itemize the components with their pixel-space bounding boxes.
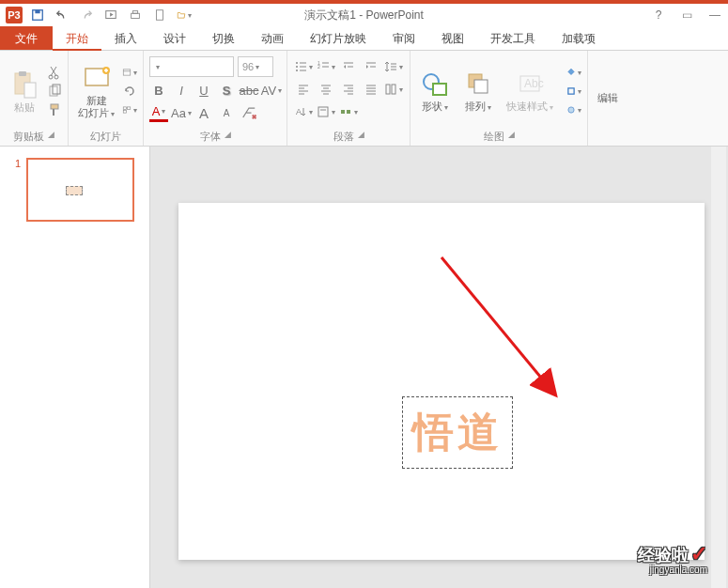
shapes-button[interactable]: 形状 bbox=[416, 67, 454, 116]
editing-button[interactable]: 编辑 bbox=[594, 90, 622, 106]
help-button[interactable]: ? bbox=[651, 8, 666, 22]
tab-file[interactable]: 文件 bbox=[0, 26, 53, 50]
svg-line-69 bbox=[441, 257, 554, 394]
justify-button[interactable] bbox=[361, 80, 381, 99]
ribbon-options-button[interactable]: ▭ bbox=[679, 8, 694, 22]
shapes-icon bbox=[420, 69, 450, 99]
undo-icon[interactable] bbox=[54, 8, 70, 23]
new-icon[interactable] bbox=[152, 8, 167, 23]
tab-design[interactable]: 设计 bbox=[150, 26, 199, 50]
tab-slideshow[interactable]: 幻灯片放映 bbox=[297, 26, 379, 50]
svg-rect-64 bbox=[474, 80, 488, 93]
format-painter-icon[interactable] bbox=[47, 102, 62, 117]
tab-view[interactable]: 视图 bbox=[428, 26, 477, 50]
slide-number: 1 bbox=[15, 158, 21, 222]
svg-rect-54 bbox=[386, 85, 390, 94]
group-slides: 新建 幻灯片 幻灯片 bbox=[69, 51, 144, 146]
clear-format-button[interactable] bbox=[240, 103, 258, 122]
shape-outline-icon[interactable] bbox=[566, 84, 581, 99]
bold-button[interactable]: B bbox=[149, 81, 168, 100]
cut-icon[interactable] bbox=[47, 65, 62, 80]
font-group-label: 字体 bbox=[200, 130, 221, 144]
align-right-button[interactable] bbox=[338, 80, 359, 99]
section-icon[interactable] bbox=[122, 102, 137, 117]
font-name-combo[interactable] bbox=[149, 56, 234, 77]
font-size-combo[interactable]: 96 bbox=[238, 56, 273, 77]
layout-icon[interactable] bbox=[122, 65, 137, 80]
quick-styles-label: 快速样式 bbox=[506, 101, 553, 114]
shape-effects-icon[interactable] bbox=[566, 102, 581, 117]
minimize-button[interactable]: — bbox=[707, 8, 722, 22]
save-icon[interactable] bbox=[30, 8, 45, 23]
smartart-button[interactable] bbox=[338, 102, 359, 121]
italic-button[interactable]: I bbox=[172, 81, 191, 100]
svg-rect-16 bbox=[123, 70, 131, 75]
tab-home[interactable]: 开始 bbox=[53, 26, 101, 51]
slide-thumbnail-1[interactable] bbox=[26, 158, 134, 222]
new-slide-button[interactable]: 新建 幻灯片 bbox=[74, 61, 118, 122]
paragraph-group-label: 段落 bbox=[333, 130, 354, 144]
paste-button[interactable]: 粘贴 bbox=[6, 68, 43, 116]
paste-icon bbox=[9, 70, 39, 100]
wordart-container[interactable]: 悟道 bbox=[402, 396, 513, 469]
font-color-button[interactable]: A bbox=[149, 103, 168, 122]
copy-icon[interactable] bbox=[47, 84, 62, 99]
indent-decrease-button[interactable] bbox=[338, 57, 359, 76]
grow-font-button[interactable]: A bbox=[194, 103, 213, 122]
shadow-button[interactable]: S bbox=[217, 81, 236, 100]
tab-insert[interactable]: 插入 bbox=[101, 26, 150, 50]
slides-group-label: 幻灯片 bbox=[90, 130, 121, 144]
paragraph-launcher-icon[interactable]: ◢ bbox=[358, 130, 364, 144]
shape-fill-icon[interactable] bbox=[566, 65, 581, 80]
bullets-button[interactable] bbox=[293, 57, 314, 76]
svg-rect-57 bbox=[318, 107, 328, 116]
svg-rect-4 bbox=[132, 11, 137, 14]
drawing-launcher-icon[interactable]: ◢ bbox=[508, 130, 515, 144]
align-text-button[interactable] bbox=[316, 102, 336, 121]
redo-icon[interactable] bbox=[79, 8, 94, 23]
align-center-button[interactable] bbox=[316, 80, 336, 99]
slide-canvas[interactable]: 悟道 bbox=[178, 203, 705, 560]
print-icon[interactable] bbox=[128, 8, 143, 23]
open-icon[interactable] bbox=[177, 8, 192, 23]
svg-rect-8 bbox=[24, 83, 36, 98]
indent-increase-button[interactable] bbox=[361, 57, 381, 76]
line-spacing-button[interactable] bbox=[383, 57, 404, 76]
svg-rect-55 bbox=[392, 85, 395, 94]
tab-animation[interactable]: 动画 bbox=[248, 26, 297, 50]
shrink-font-button[interactable]: A bbox=[217, 103, 236, 122]
clipboard-group-label: 剪贴板 bbox=[13, 130, 44, 144]
tab-review[interactable]: 审阅 bbox=[379, 26, 428, 50]
svg-rect-1 bbox=[35, 10, 39, 14]
slideshow-icon[interactable] bbox=[103, 8, 118, 23]
group-font: 96 B I U S abc AV A Aa A A 字 bbox=[144, 51, 287, 146]
arrange-button[interactable]: 排列 bbox=[459, 67, 497, 116]
svg-rect-19 bbox=[128, 107, 131, 110]
font-launcher-icon[interactable]: ◢ bbox=[225, 130, 231, 144]
align-left-button[interactable] bbox=[293, 80, 314, 99]
numbering-button[interactable]: 12 bbox=[316, 57, 336, 76]
quick-styles-button[interactable]: Abc 快速样式 bbox=[503, 67, 557, 116]
change-case-button[interactable]: Aa bbox=[172, 103, 191, 122]
svg-point-25 bbox=[296, 70, 298, 71]
svg-rect-18 bbox=[123, 107, 126, 110]
vertical-scrollbar[interactable] bbox=[711, 147, 726, 588]
new-slide-label: 新建 幻灯片 bbox=[78, 95, 115, 120]
underline-button[interactable]: U bbox=[194, 81, 213, 100]
clipboard-launcher-icon[interactable]: ◢ bbox=[48, 130, 54, 144]
watermark: 经验啦✓ jingyanla.com bbox=[638, 542, 707, 575]
columns-button[interactable] bbox=[383, 80, 404, 99]
char-spacing-button[interactable]: AV bbox=[262, 81, 281, 100]
svg-text:2: 2 bbox=[318, 64, 320, 70]
strikethrough-button[interactable]: abc bbox=[240, 81, 258, 100]
reset-icon[interactable] bbox=[122, 84, 137, 99]
tab-transition[interactable]: 切换 bbox=[199, 26, 248, 50]
document-title: 演示文稿1 - PowerPoint bbox=[304, 8, 424, 23]
tab-developer[interactable]: 开发工具 bbox=[477, 26, 549, 50]
watermark-url: jingyanla.com bbox=[638, 565, 707, 575]
quick-access-toolbar bbox=[30, 8, 192, 23]
ribbon-tabs: 文件 开始 插入 设计 切换 动画 幻灯片放映 审阅 视图 开发工具 加载项 bbox=[0, 26, 728, 51]
collapse-ribbon-icon[interactable] bbox=[709, 26, 728, 50]
tab-addins[interactable]: 加载项 bbox=[549, 26, 609, 50]
text-direction-button[interactable]: A bbox=[293, 102, 314, 121]
